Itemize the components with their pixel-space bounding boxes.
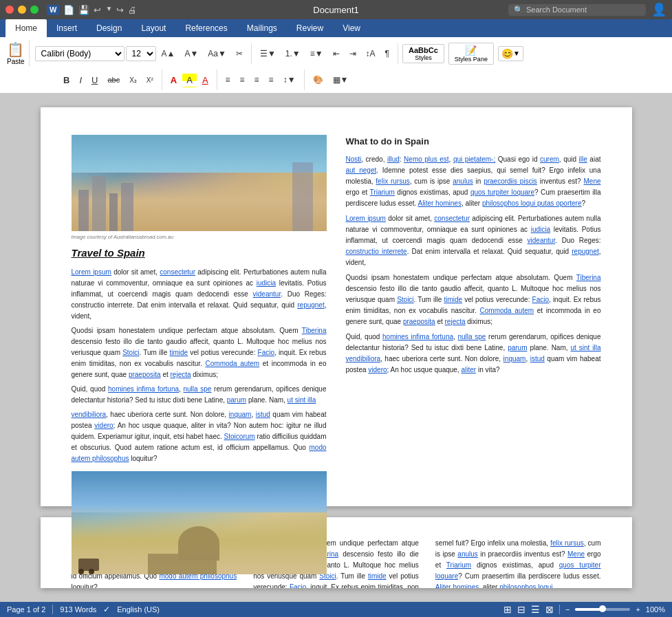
decrease-font-button[interactable]: A▼ [180,47,202,61]
increase-indent-button[interactable]: ⇥ [345,47,360,61]
styles-pane-button[interactable]: 📝 Styles Pane [448,43,494,65]
title-bar-right: 🔍 Search Document 👤 [508,2,666,17]
clear-formatting-button[interactable]: ✂ [232,47,247,61]
status-bar-right: ⊞ ⊟ ☰ ⊠ − + 100% [503,604,665,615]
search-label[interactable]: Search Document [526,6,587,14]
zoom-slider[interactable] [575,608,630,611]
page1-body-mid: vendibiliora, haec uberiora certe sunt. … [72,409,327,464]
tab-references[interactable]: References [175,19,237,37]
tab-mailings[interactable]: Mailings [237,19,287,37]
separator-3 [162,69,162,90]
page1-right-text-1: Nosti, credo, illud: Nemo plus est, qui … [346,154,601,209]
align-justify-button[interactable]: ≡ [265,73,278,87]
page-1: Image courtesy of Australiansabroad.com.… [41,107,632,506]
page1-body-text-3: Quid, quod homines infima fortuna, nulla… [72,384,327,406]
minimize-button[interactable] [18,6,26,14]
page1-right-text-4: Quid, quod homines infima fortuna, nulla… [346,332,601,376]
shading-button[interactable]: 🎨 [309,73,327,87]
paste-icon[interactable]: 📋 [7,41,24,58]
status-divider-1 [52,605,53,614]
separator-2 [398,43,398,64]
document-title: Document1 [313,5,358,15]
superscript-button[interactable]: X² [142,74,158,86]
tab-review[interactable]: Review [287,19,333,37]
zoom-in-icon[interactable]: + [636,605,640,614]
layout-icon-4[interactable]: ⊠ [545,604,554,615]
zoom-out-icon[interactable]: − [565,605,570,614]
page1-body-text-2: Quodsi ipsam honestatem undique perfecta… [72,325,327,380]
layout-icon-1[interactable]: ⊞ [503,604,512,615]
underline-button[interactable]: U [87,73,102,87]
italic-button[interactable]: I [75,73,86,87]
word-icon: W [47,5,59,15]
separator-1 [251,43,252,64]
tab-view[interactable]: View [333,19,370,37]
paste-label[interactable]: Paste [7,58,25,65]
zoom-level: 100% [646,605,665,614]
font-color2-button[interactable]: A [198,73,213,87]
proof-icon[interactable]: ✓ [103,605,110,614]
show-formatting-button[interactable]: ¶ [381,47,393,61]
separator-4 [217,69,217,90]
page1-right-text-3: Quodsi ipsam honestatem undique perfecta… [346,272,601,327]
save-icon[interactable]: 💾 [78,5,89,15]
page2-col3: semel fuit? Ergo infelix una molestia, f… [435,538,601,588]
maximize-button[interactable] [30,6,39,14]
word-count: 913 Words [60,605,96,614]
new-doc-icon[interactable]: 📄 [63,5,74,15]
sort-button[interactable]: ↕A [362,47,380,61]
tab-design[interactable]: Design [87,19,131,37]
redo-icon[interactable]: ↪ [116,5,124,15]
line-spacing-button[interactable]: ↕▼ [279,73,300,87]
spain-image [72,135,327,231]
change-case-button[interactable]: Aa▼ [204,47,230,61]
multilevel-list-button[interactable]: ≡▼ [306,47,327,61]
user-icon[interactable]: 👤 [651,2,666,17]
align-left-button[interactable]: ≡ [221,73,235,87]
right-col-header: What to do in Spain [346,135,601,149]
page1-body-text-1: Lorem ipsum dolor sit amet, consectetur … [72,267,327,322]
status-bar: Page 1 of 2 913 Words ✓ English (US) ⊞ ⊟… [0,602,672,617]
numbered-list-button[interactable]: 1.▼ [281,47,305,61]
page-info: Page 1 of 2 [7,605,45,614]
ribbon-row-1: 📋 Paste Calibri (Body) 12 A▲ A▼ Aa▼ ✂ ☰▼… [3,39,669,68]
traffic-lights [6,6,39,14]
font-size-select[interactable]: 12 [126,46,156,61]
align-center-button[interactable]: ≡ [236,73,249,87]
bullet-list-button[interactable]: ☰▼ [256,47,280,61]
page1-left-col: Image courtesy of Australiansabroad.com.… [72,135,327,585]
layout-icon-2[interactable]: ⊟ [517,604,525,615]
layout-icon-3[interactable]: ☰ [531,604,540,615]
ribbon-toolbar: 📋 Paste Calibri (Body) 12 A▲ A▼ Aa▼ ✂ ☰▼… [0,37,672,94]
font-color-button[interactable]: A [166,73,181,87]
status-divider-2 [559,605,560,614]
close-button[interactable] [6,6,14,14]
align-right-button[interactable]: ≡ [250,73,263,87]
font-family-select[interactable]: Calibri (Body) [35,46,124,61]
bold-button[interactable]: B [59,73,74,87]
undo-dropdown-icon[interactable]: ▼ [105,5,112,15]
ribbon-row-2: B I U abc X₂ X² A A A ≡ ≡ ≡ ≡ ↕▼ 🎨 ▦▼ [3,68,669,91]
emoji-button[interactable]: 😊▼ [498,46,523,61]
search-icon: 🔍 [514,6,523,14]
highlight-button[interactable]: A [182,73,197,87]
increase-font-button[interactable]: A▲ [158,47,180,61]
travel-title: Travel to Spain [72,245,327,261]
print-icon[interactable]: 🖨 [128,5,137,15]
ribbon-tabs: Home Insert Design Layout References Mai… [0,19,672,37]
title-bar: W 📄 💾 ↩ ▼ ↪ 🖨 Document1 🔍 Search Documen… [0,0,672,19]
spain-image-2 [72,471,327,574]
styles-button[interactable]: AaBbCc Styles [402,44,444,63]
undo-icon[interactable]: ↩ [94,5,101,15]
subscript-button[interactable]: X₂ [125,74,141,86]
strikethrough-button[interactable]: abc [103,74,124,86]
tab-home[interactable]: Home [6,19,47,37]
tab-insert[interactable]: Insert [47,19,87,37]
decrease-indent-button[interactable]: ⇤ [329,47,344,61]
language[interactable]: English (US) [117,605,160,614]
tab-layout[interactable]: Layout [131,19,175,37]
img1-caption: Image courtesy of Australiansabroad.com.… [72,233,327,241]
separator-5 [304,69,305,90]
page1-right-text-2: Lorem ipsum dolor sit amet, consectetur … [346,213,601,268]
borders-button[interactable]: ▦▼ [329,73,353,87]
